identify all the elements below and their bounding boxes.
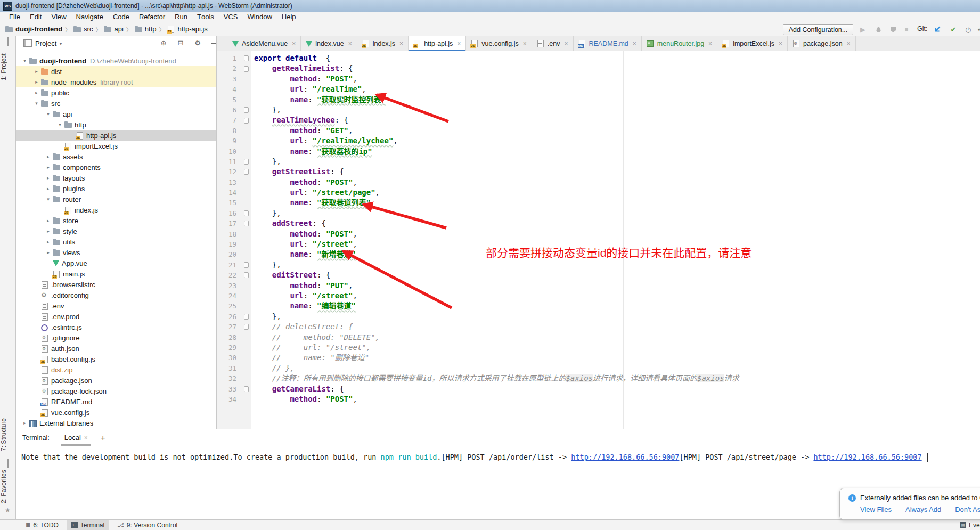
tree-item-layouts[interactable]: ▸layouts xyxy=(16,173,216,183)
terminal-tab-local[interactable]: Local × xyxy=(61,429,91,446)
tree-item-babel.config.js[interactable]: JSbabel.config.js xyxy=(16,354,216,364)
menu-item-help[interactable]: Help xyxy=(277,12,301,22)
tab-README.md[interactable]: MDREADME.md× xyxy=(574,36,642,51)
chevron-closed-icon[interactable]: ▸ xyxy=(44,186,53,191)
sidebar-item-favorites[interactable]: 2: Favorites xyxy=(0,468,15,506)
breadcrumb-item-http-api.js[interactable]: JShttp-api.js xyxy=(167,25,207,33)
close-icon[interactable]: × xyxy=(84,434,88,442)
terminal-link[interactable]: http://192.168.66.56:9007 xyxy=(571,453,679,461)
tab-.env[interactable]: .env× xyxy=(532,36,574,51)
chevron-open-icon[interactable]: ▾ xyxy=(44,197,53,202)
fold-marker[interactable] xyxy=(241,63,251,74)
chevron-open-icon[interactable]: ▾ xyxy=(55,122,64,127)
fold-marker[interactable] xyxy=(241,53,251,63)
fold-marker[interactable] xyxy=(241,312,251,322)
fold-marker[interactable] xyxy=(241,115,251,125)
rollback-icon[interactable]: ↩ xyxy=(976,25,980,34)
tree-item-src[interactable]: ▾src xyxy=(16,98,216,109)
tab-AsideMenu.vue[interactable]: AsideMenu.vue× xyxy=(227,36,301,51)
chevron-open-icon[interactable]: ▾ xyxy=(20,58,29,63)
tree-item-style[interactable]: ▸style xyxy=(16,226,216,237)
menu-item-vcs[interactable]: VCS xyxy=(219,12,243,22)
chevron-closed-icon[interactable]: ▸ xyxy=(44,175,53,181)
menu-item-window[interactable]: Window xyxy=(243,12,277,22)
sidebar-item-project[interactable]: 1: Project xyxy=(0,48,15,86)
terminal-cursor[interactable] xyxy=(922,453,928,462)
favorites-star-icon[interactable]: ★ xyxy=(4,507,11,514)
status-item-terminal[interactable]: ›_Terminal xyxy=(67,520,109,530)
tab-http-api.js[interactable]: JShttp-api.js× xyxy=(409,36,466,51)
locate-file-icon[interactable]: ⊕ xyxy=(159,39,168,47)
project-panel-header[interactable]: Project ▾ ⊕ ⊟ ⚙ — xyxy=(16,36,216,50)
menu-item-view[interactable]: View xyxy=(46,12,71,22)
chevron-closed-icon[interactable]: ▸ xyxy=(44,154,53,159)
menu-item-refactor[interactable]: Refactor xyxy=(134,12,170,22)
tree-item-.env[interactable]: .env xyxy=(16,300,216,311)
tab-importExcel.js[interactable]: JSimportExcel.js× xyxy=(717,36,788,51)
git-commit-icon[interactable]: ✔ xyxy=(949,25,958,34)
tree-item-views[interactable]: ▸views xyxy=(16,247,216,258)
breadcrumb-item-api[interactable]: api xyxy=(104,25,123,33)
fold-marker[interactable] xyxy=(241,167,251,177)
menu-item-tools[interactable]: Tools xyxy=(192,12,219,22)
tree-item-index.js[interactable]: JSindex.js xyxy=(16,205,216,215)
tree-item-package-lock.json[interactable]: ⚙package-lock.json xyxy=(16,386,216,396)
notification-action-always-add[interactable]: Always Add xyxy=(905,505,941,513)
tree-item-utils[interactable]: ▸utils xyxy=(16,237,216,247)
git-update-icon[interactable] xyxy=(933,25,942,34)
fold-marker[interactable] xyxy=(241,208,251,218)
tab-vue.config.js[interactable]: JSvue.config.js× xyxy=(466,36,532,51)
status-bar-event-log[interactable]: ▤ Event Log xyxy=(960,520,980,530)
chevron-closed-icon[interactable]: ▸ xyxy=(32,90,41,95)
chevron-down-icon[interactable]: ▾ xyxy=(59,40,62,46)
tree-item-main.js[interactable]: JSmain.js xyxy=(16,268,216,279)
menu-item-navigate[interactable]: Navigate xyxy=(71,12,108,22)
tree-item-api[interactable]: ▾api xyxy=(16,109,216,119)
tree-item-assets[interactable]: ▸assets xyxy=(16,151,216,162)
breadcrumb-item-src[interactable]: src xyxy=(74,25,93,33)
tree-item-dist[interactable]: ▸dist xyxy=(16,66,216,77)
chevron-closed-icon[interactable]: ▸ xyxy=(44,239,53,244)
tree-item-.env.prod[interactable]: .env.prod xyxy=(16,311,216,322)
hide-panel-icon[interactable]: — xyxy=(210,39,217,47)
run-icon[interactable]: ▶ xyxy=(859,25,867,34)
title-bar[interactable]: WS duoji-frontend [D:\zheheWeb\duoji-fro… xyxy=(0,0,980,12)
close-icon[interactable]: × xyxy=(523,40,527,47)
tab-index.js[interactable]: JSindex.js× xyxy=(357,36,409,51)
chevron-open-icon[interactable]: ▾ xyxy=(44,111,53,117)
status-item-9-version-control[interactable]: ⎇9: Version Control xyxy=(113,520,182,530)
tab-package.json[interactable]: ⚙package.json× xyxy=(788,36,856,51)
tree-item-dist.zip[interactable]: dist.zip xyxy=(16,364,216,375)
add-configuration-button[interactable]: Add Configuration... xyxy=(783,24,853,35)
tree-item-router[interactable]: ▾router xyxy=(16,194,216,205)
tree-item-http-api.js[interactable]: JShttp-api.js xyxy=(16,130,216,141)
chevron-closed-icon[interactable]: ▸ xyxy=(20,420,29,426)
code-editor[interactable]: 1export default {2 getRealTimeList: {3 m… xyxy=(217,51,980,429)
fold-marker[interactable] xyxy=(241,105,251,115)
tree-item-.browserslistrc[interactable]: .browserslistrc xyxy=(16,279,216,290)
close-icon[interactable]: × xyxy=(457,40,461,47)
chevron-closed-icon[interactable]: ▸ xyxy=(44,229,53,234)
tree-item-plugins[interactable]: ▸plugins xyxy=(16,183,216,194)
stop-icon[interactable]: ■ xyxy=(902,25,911,34)
close-icon[interactable]: × xyxy=(847,40,851,47)
chevron-closed-icon[interactable]: ▸ xyxy=(32,69,41,74)
terminal-panel[interactable]: Terminal: Local × + Note that the develo… xyxy=(16,429,980,519)
debug-icon[interactable] xyxy=(874,25,883,34)
chevron-closed-icon[interactable]: ▸ xyxy=(44,165,53,170)
close-icon[interactable]: × xyxy=(633,40,636,47)
notification-action-view-files[interactable]: View Files xyxy=(860,505,892,513)
breadcrumb-item-http[interactable]: http xyxy=(135,25,157,33)
terminal-output[interactable]: Note that the development build is not o… xyxy=(16,446,980,463)
sidebar-item-structure[interactable]: 7: Structure xyxy=(0,412,15,457)
tree-item-vue.config.js[interactable]: JSvue.config.js xyxy=(16,407,216,418)
terminal-link[interactable]: http://192.168.66.56:9007 xyxy=(813,453,921,461)
close-icon[interactable]: × xyxy=(708,40,712,47)
tree-item-http[interactable]: ▾http xyxy=(16,119,216,130)
tree-item-auth.json[interactable]: ⚙auth.json xyxy=(16,343,216,354)
tree-item-.editorconfig[interactable]: ⚙.editorconfig xyxy=(16,290,216,300)
tree-item-.eslintrc.js[interactable]: .eslintrc.js xyxy=(16,322,216,332)
close-icon[interactable]: × xyxy=(564,40,568,47)
tab-menuRouter.jpg[interactable]: menuRouter.jpg× xyxy=(642,36,717,51)
tree-item-package.json[interactable]: ⚙package.json xyxy=(16,375,216,386)
